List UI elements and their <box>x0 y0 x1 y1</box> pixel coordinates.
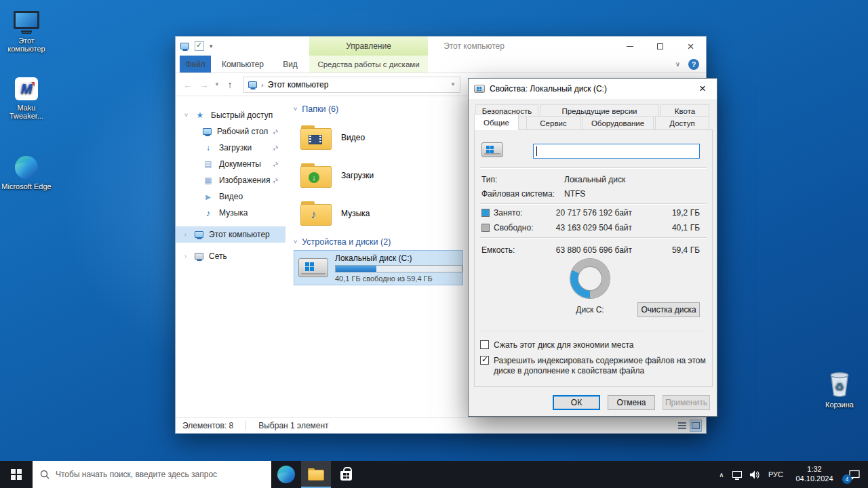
dialog-close-button[interactable] <box>688 79 717 99</box>
free-bytes: 43 163 029 504 байт <box>548 223 632 232</box>
sidebar-item-quick-access[interactable]: ˅ Быстрый доступ <box>176 107 285 123</box>
expander-icon[interactable]: ˅ <box>184 112 188 119</box>
help-icon[interactable]: ? <box>688 59 699 70</box>
drive-tile-local-disk-c[interactable]: Локальный диск (C:) 40,1 ГБ свободно из … <box>294 250 463 285</box>
hidden-icons-chevron[interactable]: ∧ <box>715 461 728 488</box>
taskbar-edge-button[interactable] <box>271 461 301 488</box>
desktop-icon-edge[interactable]: Microsoft Edge <box>1 156 52 190</box>
index-checkbox[interactable] <box>480 356 489 365</box>
sidebar-item-this-pc[interactable]: › Этот компьютер <box>176 226 285 243</box>
recent-locations-icon[interactable]: ▼ <box>212 81 222 87</box>
language-indicator[interactable]: РУС <box>764 461 788 488</box>
taskbar-search[interactable]: Чтобы начать поиск, введите здесь запрос <box>33 461 271 488</box>
this-pc-icon <box>195 231 203 238</box>
tab-computer[interactable]: Компьютер <box>216 56 269 73</box>
folder-name: Видео <box>341 133 365 142</box>
desktop-icon-recycle-bin[interactable]: ♻ Корзина <box>814 371 865 409</box>
free-size: 40,1 ГБ <box>644 223 700 232</box>
folders-group-header[interactable]: ˅ Папки (6) <box>294 104 338 114</box>
downloads-folder-icon <box>300 163 332 188</box>
tab-hardware[interactable]: Оборудование <box>582 116 654 130</box>
compress-checkbox-label[interactable]: Сжать этот диск для экономии места <box>494 340 707 350</box>
hard-drive-icon <box>298 258 328 277</box>
up-button[interactable]: ↑ <box>222 79 238 90</box>
sidebar-item-videos[interactable]: Видео <box>176 188 285 205</box>
minimize-button[interactable] <box>614 37 645 56</box>
tab-drive-tools[interactable]: Средства работы с дисками <box>309 56 428 73</box>
tab-general[interactable]: Общие <box>474 114 519 130</box>
thumbnails-view-button[interactable] <box>690 420 702 432</box>
collapse-ribbon-icon[interactable]: ∨ <box>675 60 680 68</box>
general-tab-page: Тип: Локальный диск Файловая система: NT… <box>474 129 713 387</box>
notification-badge: 4 <box>842 474 852 484</box>
folder-tile-downloads[interactable]: Загрузки <box>300 159 374 192</box>
sidebar-item-downloads[interactable]: Загрузки <box>176 140 285 156</box>
breadcrumb[interactable]: Этот компьютер <box>268 80 329 89</box>
collapse-group-icon[interactable]: ˅ <box>294 106 297 113</box>
taskbar-store-button[interactable] <box>331 461 361 488</box>
taskbar-explorer-button[interactable] <box>301 461 331 488</box>
selection-count: Выбран 1 элемент <box>245 421 328 430</box>
desktop-icon-this-pc[interactable]: Этот компьютер <box>1 11 52 53</box>
disk-cleanup-button[interactable]: Очистка диска <box>637 302 700 317</box>
edge-icon <box>277 466 295 483</box>
items-count: Элементов: 8 <box>182 421 233 430</box>
details-view-button[interactable] <box>676 420 688 432</box>
folder-name: Музыка <box>341 209 370 218</box>
tab-tools[interactable]: Сервис <box>526 116 580 130</box>
sidebar-item-desktop[interactable]: Рабочий стол <box>176 123 285 140</box>
volume-tray-icon[interactable] <box>746 461 764 488</box>
tab-file[interactable]: Файл <box>180 56 211 73</box>
back-button[interactable]: ← <box>180 79 196 90</box>
sidebar-item-documents[interactable]: Документы <box>176 156 285 172</box>
pin-icon <box>272 144 279 154</box>
computer-icon[interactable] <box>180 43 189 49</box>
customize-toolbar-icon[interactable]: ▾ <box>210 43 213 49</box>
forward-button[interactable]: → <box>196 79 212 90</box>
sidebar-item-label: Видео <box>219 192 243 201</box>
tab-view[interactable]: Вид <box>275 56 306 73</box>
folder-tile-videos[interactable]: Видео <box>300 121 365 154</box>
sidebar-item-network[interactable]: › Сеть <box>176 248 285 264</box>
explorer-titlebar[interactable]: ▾ Управление Этот компьютер <box>176 37 706 56</box>
music-folder-icon <box>300 201 332 226</box>
network-tray-icon[interactable] <box>728 461 746 488</box>
pin-icon <box>272 177 279 186</box>
filesystem-label: Файловая система: <box>481 189 555 199</box>
desktop-icon-maku-tweaker[interactable]: Maku Tweaker... <box>1 77 52 120</box>
this-pc-icon <box>248 81 257 88</box>
desktop-icon <box>203 128 212 135</box>
capacity-label: Емкость: <box>481 245 515 255</box>
downloads-icon <box>203 143 214 152</box>
taskbar-clock[interactable]: 1:32 04.10.2024 <box>788 461 841 488</box>
collapse-group-icon[interactable]: ˅ <box>294 239 297 245</box>
address-bar[interactable]: › Этот компьютер ▼ <box>243 77 460 93</box>
close-button[interactable] <box>675 37 706 56</box>
apply-button[interactable]: Применить <box>663 395 710 410</box>
sidebar-item-music[interactable]: Музыка <box>176 205 285 221</box>
expander-icon[interactable]: › <box>184 231 186 238</box>
start-button[interactable] <box>0 461 33 488</box>
address-dropdown-icon[interactable]: ▼ <box>450 81 456 87</box>
type-label: Тип: <box>481 175 497 184</box>
windows-flag-icon <box>477 87 481 92</box>
music-icon <box>203 208 214 218</box>
compress-checkbox[interactable] <box>480 340 489 349</box>
action-center-button[interactable]: 4 <box>841 461 868 488</box>
ok-button[interactable]: ОК <box>553 395 600 410</box>
tab-sharing[interactable]: Доступ <box>655 116 709 130</box>
index-checkbox-label[interactable]: Разрешить индексировать содержимое файло… <box>494 356 709 376</box>
clock-time: 1:32 <box>807 465 821 474</box>
volume-label-input[interactable] <box>533 144 700 159</box>
dialog-titlebar[interactable]: Свойства: Локальный диск (C:) <box>469 79 717 99</box>
sidebar-item-pictures[interactable]: Изображения <box>176 172 285 188</box>
maximize-button[interactable] <box>645 37 675 56</box>
quick-access-star-icon <box>195 110 205 120</box>
microsoft-store-icon <box>340 471 352 481</box>
sidebar-item-label: Быстрый доступ <box>211 110 273 120</box>
cancel-button[interactable]: Отмена <box>608 395 655 410</box>
folder-tile-music[interactable]: Музыка <box>300 197 370 230</box>
expander-icon[interactable]: › <box>184 253 186 260</box>
drives-group-header[interactable]: ˅ Устройства и диски (2) <box>294 237 391 247</box>
properties-icon[interactable] <box>195 41 204 51</box>
